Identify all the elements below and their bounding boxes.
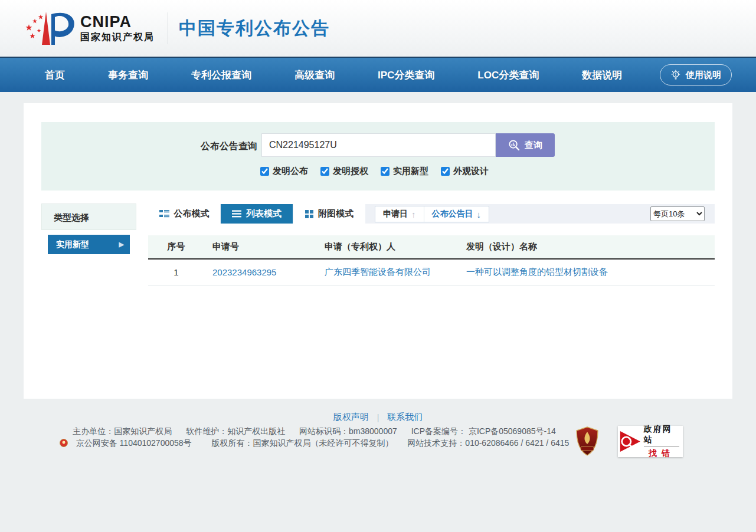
nav-item-advanced-query[interactable]: 高级查询	[294, 68, 335, 82]
design-label: 外观设计	[453, 166, 489, 177]
nav-item-home[interactable]: 首页	[45, 68, 65, 82]
invention-title-link[interactable]: 一种可以调整角度的铝型材切割设备	[466, 267, 608, 277]
search-panel: 公布公告查询 查询 发明公布 发明授权	[41, 122, 715, 191]
gov-website-error-report-badge[interactable]: 政府网站 找错	[618, 426, 683, 457]
nav-item-gazette-query[interactable]: 专利公报查询	[191, 68, 251, 82]
nav-item-loc-query[interactable]: LOC分类查询	[477, 68, 539, 82]
checkbox-design: 外观设计	[441, 166, 489, 177]
col-header-invention-title: 发明（设计）名称	[458, 235, 715, 259]
header-divider	[168, 12, 168, 44]
type-sidebar: 类型选择 实用新型 ▶	[41, 203, 136, 260]
footer-link-separator: |	[377, 413, 379, 422]
brand-text: CNIPA 国家知识产权局	[80, 14, 155, 44]
checkbox-invention-grant: 发明授权	[320, 166, 368, 177]
gov-badge-line2: 找错	[644, 447, 679, 459]
hamburger-list-icon	[232, 210, 241, 218]
nav-item-affairs-query[interactable]: 事务查询	[108, 68, 148, 82]
tab-label: 公布模式	[174, 208, 210, 219]
brand-cn: 国家知识产权局	[80, 31, 155, 44]
footer-organizer: 主办单位：国家知识产权局	[73, 426, 172, 436]
nav-item-ipc-query[interactable]: IPC分类查询	[378, 68, 434, 82]
sort-label: 申请日	[383, 209, 408, 219]
utility-model-label: 实用新型	[393, 166, 428, 177]
invention-publication-label: 发明公布	[273, 166, 308, 177]
page-size-select[interactable]: 每页10条	[650, 206, 705, 221]
footer-icp-number: ICP备案编号： 京ICP备05069085号-14	[411, 426, 556, 436]
copyright-statement-link[interactable]: 版权声明	[333, 412, 369, 423]
applicant-link[interactable]: 广东四季智能设备有限公司	[325, 267, 431, 277]
footer-beian: 京公网安备 11040102700058号	[60, 438, 198, 448]
search-button-label: 查询	[525, 140, 542, 151]
footer-beian-text: 京公网安备 11040102700058号	[76, 438, 192, 448]
sort-controls: 申请日 ↑ 公布公告日 ↓	[375, 206, 489, 222]
main-card: 公布公告查询 查询 发明公布 发明授权	[24, 103, 732, 399]
results-area: 公布模式 列表模式	[148, 204, 715, 285]
main-nav: 首页 事务查询 专利公报查询 高级查询 IPC分类查询 LOC分类查询 数据说明…	[0, 57, 756, 92]
sort-label: 公布公告日	[432, 209, 473, 219]
sidebar-item-utility-model[interactable]: 实用新型 ▶	[48, 235, 130, 254]
invention-grant-label: 发明授权	[333, 166, 368, 177]
row-index: 1	[148, 259, 204, 285]
results-toolbar: 公布模式 列表模式	[148, 204, 715, 224]
design-checkbox[interactable]	[441, 167, 450, 176]
sort-by-application-date[interactable]: 申请日 ↑	[375, 206, 424, 222]
grid-icon	[305, 210, 313, 218]
nav-list: 首页 事务查询 专利公报查询 高级查询 IPC分类查询 LOC分类查询 数据说明	[45, 58, 622, 92]
magnifier-chart-icon	[508, 139, 520, 151]
chevron-right-icon: ▶	[119, 241, 124, 248]
cnipa-logo-icon	[24, 9, 78, 47]
site-title: 中国专利公布公告	[179, 17, 330, 41]
footer-line-2: 京公网安备 11040102700058号 版权所有：国家知识产权局（未经许可不…	[0, 438, 629, 449]
page: CNIPA 国家知识产权局 中国专利公布公告 首页 事务查询 专利公报查询 高级…	[0, 0, 756, 532]
checkbox-invention-publication: 发明公布	[260, 166, 308, 177]
tab-publication-mode[interactable]: 公布模式	[148, 204, 220, 224]
footer-site-code: 网站标识码：bm38000007	[299, 426, 397, 436]
arrow-up-icon: ↑	[411, 209, 416, 219]
search-input[interactable]	[261, 133, 496, 157]
footer-maintainer: 软件维护：知识产权出版社	[186, 426, 285, 436]
contact-us-link[interactable]: 联系我们	[387, 412, 423, 423]
type-sidebar-body: 实用新型 ▶	[41, 230, 136, 260]
invention-grant-checkbox[interactable]	[320, 167, 329, 176]
type-checkboxes: 发明公布 发明授权 实用新型 外观设计	[260, 166, 489, 177]
col-header-application-number: 申请号	[204, 235, 316, 259]
government-emblem-badge[interactable]	[574, 426, 600, 457]
footer-links: 版权声明 | 联系我们	[0, 412, 756, 423]
footer-tech-support: 网站技术支持：010-62086466 / 6421 / 6415	[407, 438, 569, 448]
invention-publication-checkbox[interactable]	[260, 167, 269, 176]
sort-by-publication-date[interactable]: 公布公告日 ↓	[424, 206, 489, 222]
error-finder-magnifier-icon	[619, 428, 643, 455]
tab-label: 附图模式	[318, 208, 354, 219]
footer-line-1: 主办单位：国家知识产权局 软件维护：知识产权出版社 网站标识码：bm380000…	[0, 426, 629, 437]
search-button[interactable]: 查询	[496, 133, 555, 157]
nav-item-data-notes[interactable]: 数据说明	[582, 68, 622, 82]
gov-badge-line1: 政府网站	[644, 424, 679, 447]
utility-model-checkbox[interactable]	[381, 167, 390, 176]
usage-help-label: 使用说明	[686, 70, 721, 81]
search-label: 公布公告查询	[201, 140, 257, 153]
tab-label: 列表模式	[246, 208, 282, 219]
type-sidebar-title: 类型选择	[41, 203, 136, 230]
footer-copyright-owner: 版权所有：国家知识产权局（未经许可不得复制）	[211, 438, 393, 448]
lightbulb-icon	[670, 70, 681, 80]
police-badge-icon	[60, 439, 68, 447]
tab-list-mode[interactable]: 列表模式	[221, 204, 293, 224]
arrow-down-icon: ↓	[477, 209, 482, 219]
checkbox-utility-model: 实用新型	[381, 166, 428, 177]
brand-en: CNIPA	[80, 14, 155, 30]
sidebar-item-label: 实用新型	[56, 239, 89, 250]
usage-help-button[interactable]: 使用说明	[660, 64, 732, 86]
gov-badge-text: 政府网站 找错	[644, 424, 679, 459]
table-header-row: 序号 申请号 申请（专利权）人 发明（设计）名称	[148, 235, 715, 259]
results-table: 序号 申请号 申请（专利权）人 发明（设计）名称 1 2023234963295…	[148, 235, 715, 285]
cnipa-logo: CNIPA 国家知识产权局	[24, 9, 155, 47]
site-header: CNIPA 国家知识产权局 中国专利公布公告	[0, 0, 756, 57]
application-number-link[interactable]: 2023234963295	[212, 267, 276, 277]
table-row: 1 2023234963295 广东四季智能设备有限公司 一种可以调整角度的铝型…	[148, 259, 715, 285]
col-header-applicant: 申请（专利权）人	[316, 235, 458, 259]
detail-list-icon	[159, 210, 169, 218]
col-header-index: 序号	[148, 235, 204, 259]
tab-figure-mode[interactable]: 附图模式	[293, 204, 365, 224]
